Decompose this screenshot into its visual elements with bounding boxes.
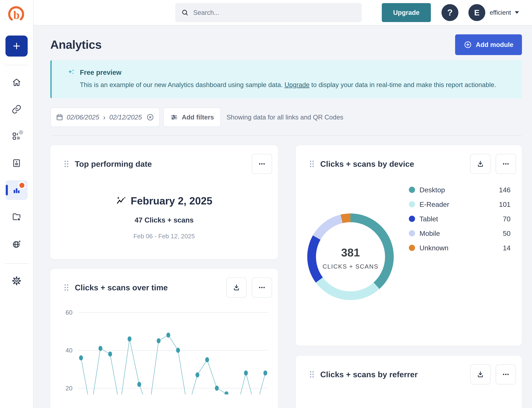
card-body: February 2, 2025 47 Clicks + scans Feb 0…: [50, 174, 278, 240]
create-new-button[interactable]: [6, 35, 28, 57]
search-input[interactable]: [193, 9, 356, 16]
drag-handle-icon[interactable]: [308, 370, 316, 379]
legend-label: Mobile: [419, 229, 440, 238]
bitly-logo[interactable]: b: [7, 3, 26, 24]
account-name: efficient: [490, 9, 511, 16]
download-icon: [476, 160, 484, 168]
legend-label: Tablet: [419, 215, 438, 223]
banner-text: Free preview This is an example of our n…: [80, 68, 496, 89]
legend-row: Mobile 50: [409, 226, 511, 241]
card-title: Clicks + scans by referrer: [320, 370, 418, 379]
modules-grid: Top performing date: [50, 145, 522, 408]
sliders-icon: [170, 113, 178, 121]
home-icon: [12, 77, 21, 87]
legend-row: Unknown 14: [409, 241, 511, 255]
avatar[interactable]: E: [468, 4, 485, 21]
sidebar: b: [0, 0, 33, 408]
legend-row: Desktop 146: [409, 183, 511, 197]
card-menu-button[interactable]: [496, 154, 516, 174]
sidebar-item-custom-domains[interactable]: [6, 234, 28, 254]
card-clicks-by-device: Clicks + scans by device: [296, 145, 522, 346]
sidebar-item-home[interactable]: [6, 72, 28, 92]
chevron-right-icon: ›: [103, 113, 106, 121]
banner-body-start: This is an example of our new Analytics …: [80, 81, 285, 88]
sidebar-item-analytics[interactable]: [6, 180, 28, 200]
card-menu-button[interactable]: [252, 277, 272, 298]
card-menu-button[interactable]: [496, 364, 516, 384]
help-button[interactable]: ?: [442, 4, 458, 21]
ellipsis-icon: [258, 283, 266, 292]
account-menu-caret-icon[interactable]: [515, 11, 519, 14]
banner-title: Free preview: [80, 68, 496, 76]
ellipsis-icon: [502, 160, 510, 168]
card-clicks-over-time: Clicks + scans over time: [50, 269, 278, 408]
filter-row: 02/06/2025 › 02/12/2025: [50, 108, 522, 127]
donut-center: 381 CLICKS + SCANS: [307, 215, 394, 301]
card-header: Clicks + scans by device: [296, 145, 522, 174]
upgrade-link[interactable]: Upgrade: [285, 81, 310, 88]
svg-text:40: 40: [65, 347, 73, 354]
card-header: Clicks + scans over time: [50, 269, 278, 298]
date-range-picker[interactable]: 02/06/2025 › 02/12/2025: [50, 108, 160, 127]
ellipsis-icon: [502, 370, 510, 379]
svg-text:b: b: [13, 8, 20, 21]
banner-body: This is an example of our new Analytics …: [80, 80, 496, 89]
add-module-label: Add module: [476, 41, 513, 48]
download-icon: [476, 370, 484, 379]
banner-body-end: to display your data in real-time and ma…: [310, 81, 496, 88]
legend-value: 70: [503, 215, 511, 223]
line-chart: 604020: [50, 299, 278, 394]
search-icon: [181, 9, 189, 17]
upgrade-button[interactable]: Upgrade: [382, 3, 431, 22]
card-menu-button[interactable]: [252, 154, 272, 174]
device-legend: Desktop 146 E-Reader 101 Tablet: [409, 183, 511, 255]
content-divider: [50, 135, 522, 136]
card-actions: [470, 364, 516, 384]
folder-star-icon: [12, 212, 21, 222]
add-filters-button[interactable]: Add filters: [163, 108, 221, 127]
card-actions: [470, 154, 516, 174]
sidebar-item-settings[interactable]: [6, 271, 28, 291]
calendar-icon: [56, 113, 63, 121]
svg-text:60: 60: [65, 309, 73, 316]
top-date-range: Feb 06 - Feb 12, 2025: [133, 233, 195, 240]
bitly-analytics-app: b: [0, 0, 532, 408]
sidebar-item-qr-codes[interactable]: [6, 126, 28, 146]
legend-label: E-Reader: [419, 200, 449, 208]
download-button[interactable]: [226, 277, 247, 298]
sidebar-item-links[interactable]: [6, 99, 28, 119]
clear-date-icon[interactable]: [146, 113, 154, 121]
qr-codes-badge: [19, 130, 23, 135]
download-button[interactable]: [470, 364, 491, 384]
legend-value: 101: [499, 200, 511, 208]
add-module-button[interactable]: Add module: [455, 34, 522, 55]
sidebar-item-pages[interactable]: [6, 153, 28, 173]
drag-handle-icon[interactable]: [308, 160, 316, 168]
legend-value: 14: [503, 244, 511, 252]
plus-icon: [11, 41, 22, 51]
date-end: 02/12/2025: [109, 114, 142, 121]
drag-handle-icon[interactable]: [62, 283, 71, 292]
legend-row: E-Reader 101: [409, 197, 511, 212]
card-title: Clicks + scans by device: [320, 159, 414, 169]
legend-label: Desktop: [419, 186, 445, 194]
gear-icon: [12, 276, 21, 286]
download-icon: [232, 283, 241, 292]
download-button[interactable]: [470, 154, 491, 174]
legend-dot-unknown: [409, 245, 415, 251]
legend-label: Unknown: [419, 244, 449, 252]
sidebar-item-campaigns[interactable]: [6, 207, 28, 227]
card-actions: [226, 277, 272, 298]
legend-dot-tablet: [409, 216, 415, 222]
drag-handle-icon[interactable]: [62, 160, 71, 168]
legend-value: 146: [499, 186, 511, 194]
filter-scope-text: Showing data for all links and QR Codes: [227, 114, 343, 121]
bitly-logo-icon: b: [7, 4, 26, 23]
add-filters-label: Add filters: [182, 114, 214, 121]
legend-dot-e-reader: [409, 201, 415, 207]
sidebar-bottom-divider: [4, 263, 29, 264]
main-column: Upgrade ? E efficient Analytics Add: [33, 0, 532, 408]
card-title: Clicks + scans over time: [75, 283, 168, 292]
top-date-clicks: 47 Clicks + scans: [135, 216, 194, 224]
search-box[interactable]: [175, 3, 362, 22]
